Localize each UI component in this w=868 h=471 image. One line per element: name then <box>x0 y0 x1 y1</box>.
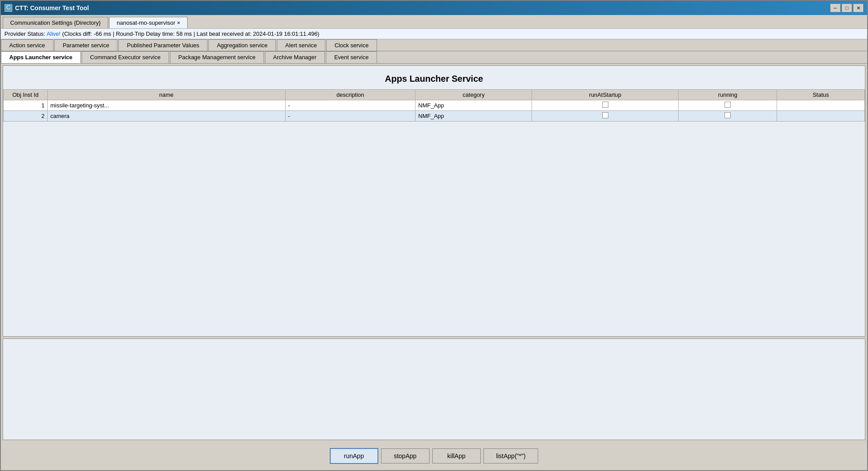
col-running: running <box>679 90 777 100</box>
checkbox-running-2[interactable] <box>725 112 731 118</box>
tab-parameter-service[interactable]: Parameter service <box>54 39 117 51</box>
kill-app-button[interactable]: killApp <box>432 448 481 463</box>
cell-description: - <box>285 111 415 122</box>
service-tabs-row2: Apps Launcher service Command Executor s… <box>1 51 867 64</box>
tab-command-executor[interactable]: Command Executor service <box>82 51 169 63</box>
col-status: Status <box>777 90 865 100</box>
cell-running <box>679 100 777 111</box>
tab-package-management[interactable]: Package Management service <box>170 51 264 63</box>
title-bar-controls: ─ □ ✕ <box>830 4 864 12</box>
col-category: category <box>415 90 532 100</box>
bottom-panel <box>3 338 865 440</box>
alive-indicator: Alive! <box>46 30 60 37</box>
close-button[interactable]: ✕ <box>853 4 864 12</box>
tab-event-service[interactable]: Event service <box>326 51 377 63</box>
title-bar-left: C CTT: Consumer Test Tool <box>4 4 89 12</box>
main-window: C CTT: Consumer Test Tool ─ □ ✕ Communic… <box>0 0 868 471</box>
cell-status <box>777 111 865 122</box>
cell-category: NMF_App <box>415 111 532 122</box>
app-icon: C <box>4 4 12 12</box>
checkbox-run-at-startup-2[interactable] <box>602 112 608 118</box>
table-row[interactable]: 1 missile-targeting-syst... - NMF_App <box>4 100 865 111</box>
title-bar: C CTT: Consumer Test Tool ─ □ ✕ <box>1 1 867 15</box>
cell-description: - <box>285 100 415 111</box>
tab-nanosat-supervisor[interactable]: nanosat-mo-supervisor × <box>109 17 188 28</box>
service-panel: Apps Launcher Service Obj Inst Id name d… <box>3 65 865 337</box>
window-body: Communication Settings {Directory} nanos… <box>1 15 867 470</box>
col-obj-inst-id: Obj Inst Id <box>4 90 48 100</box>
tab-communication-settings[interactable]: Communication Settings {Directory} <box>3 17 108 28</box>
minimize-button[interactable]: ─ <box>830 4 841 12</box>
service-title: Apps Launcher Service <box>3 66 865 89</box>
col-run-at-startup: runAtStartup <box>532 90 679 100</box>
col-name: name <box>48 90 286 100</box>
footer-buttons: runApp stopApp killApp listApp("*") <box>1 444 867 470</box>
checkbox-run-at-startup-1[interactable] <box>602 102 608 108</box>
service-tabs-row1: Action service Parameter service Publish… <box>1 39 867 51</box>
tab-published-parameter-values[interactable]: Published Parameter Values <box>118 39 208 51</box>
top-tabs-row: Communication Settings {Directory} nanos… <box>1 15 867 28</box>
provider-status-bar: Provider Status: Alive! (Clocks diff: -6… <box>1 28 867 39</box>
cell-running <box>679 111 777 122</box>
main-content: Apps Launcher Service Obj Inst Id name d… <box>1 64 867 444</box>
tab-action-service[interactable]: Action service <box>1 39 53 51</box>
cell-id: 2 <box>4 111 48 122</box>
stop-app-button[interactable]: stopApp <box>381 448 430 463</box>
cell-status <box>777 100 865 111</box>
checkbox-running-1[interactable] <box>725 102 731 108</box>
svg-text:C: C <box>6 5 10 11</box>
cell-id: 1 <box>4 100 48 111</box>
maximize-button[interactable]: □ <box>842 4 852 12</box>
tab-clock-service[interactable]: Clock service <box>326 39 377 51</box>
cell-run-at-startup <box>532 100 679 111</box>
cell-name: camera <box>48 111 286 122</box>
tab-apps-launcher[interactable]: Apps Launcher service <box>1 51 81 63</box>
provider-status-prefix: Provider Status: <box>4 30 46 37</box>
cell-name: missile-targeting-syst... <box>48 100 286 111</box>
provider-status-suffix: (Clocks diff: -66 ms | Round-Trip Delay … <box>60 30 319 37</box>
run-app-button[interactable]: runApp <box>330 448 378 464</box>
table-row[interactable]: 2 camera - NMF_App <box>4 111 865 122</box>
cell-run-at-startup <box>532 111 679 122</box>
cell-category: NMF_App <box>415 100 532 111</box>
list-app-button[interactable]: listApp("*") <box>483 448 539 463</box>
tab-alert-service[interactable]: Alert service <box>277 39 325 51</box>
apps-table: Obj Inst Id name description category ru… <box>3 89 865 122</box>
col-description: description <box>285 90 415 100</box>
window-title: CTT: Consumer Test Tool <box>15 4 89 11</box>
tab-archive-manager[interactable]: Archive Manager <box>265 51 325 63</box>
tab-aggregation-service[interactable]: Aggregation service <box>208 39 276 51</box>
